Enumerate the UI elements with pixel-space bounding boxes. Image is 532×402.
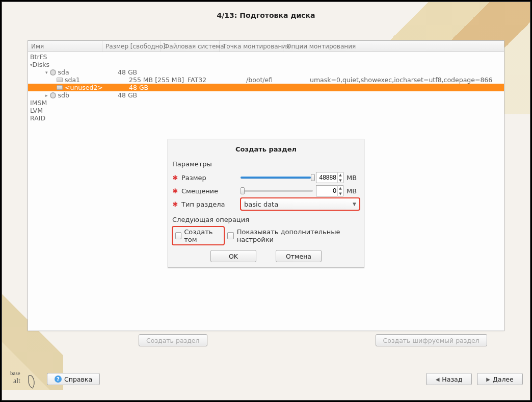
bottom-action-bar: Создать раздел Создать шифруемый раздел [28, 334, 504, 346]
param-size-row: ✱ Размер ▲▼ MB [172, 171, 360, 184]
tree-row-sda[interactable]: ▾sda 48 GB [28, 68, 504, 76]
partition-type-combo[interactable]: basic data ▼ [241, 198, 360, 210]
required-marker: ✱ [172, 187, 178, 195]
col-header-size[interactable]: Размер [свободно] [102, 41, 161, 52]
offset-unit: MB [347, 187, 360, 195]
disk-panel: Имя Размер [свободно] Файловая система Т… [28, 40, 504, 331]
offset-slider[interactable] [241, 190, 313, 192]
disk-table-header: Имя Размер [свободно] Файловая система Т… [28, 41, 504, 52]
size-input[interactable] [316, 174, 337, 181]
params-label: Параметры [172, 160, 360, 168]
param-offset-row: ✱ Смещение ▲▼ MB [172, 184, 360, 197]
basealt-logo: base alt [9, 368, 40, 390]
chevron-right-icon: ▶ [486, 376, 490, 382]
spin-up-icon[interactable]: ▲ [338, 172, 343, 178]
spin-down-icon[interactable]: ▼ [338, 178, 343, 183]
next-operation-label: Следующая операция [172, 216, 360, 223]
disk-icon [50, 92, 56, 98]
create-encrypted-partition-button[interactable]: Создать шифруемый раздел [376, 334, 487, 346]
expander-icon[interactable]: ▾ [45, 70, 48, 75]
show-advanced-checkbox[interactable] [227, 232, 233, 239]
col-header-name[interactable]: Имя [28, 41, 102, 52]
tree-row-disks[interactable]: ▾ Disks [28, 61, 504, 68]
back-button[interactable]: ◀ Назад [426, 373, 472, 385]
combo-value: basic data [244, 200, 278, 208]
help-icon: ? [55, 375, 62, 383]
spin-up-icon[interactable]: ▲ [338, 185, 343, 191]
required-marker: ✱ [172, 174, 178, 182]
col-header-fs[interactable]: Файловая система [161, 41, 220, 52]
page-title: 4/13: Подготовка диска [2, 2, 530, 31]
offset-input[interactable] [316, 187, 337, 194]
size-label: Размер [181, 174, 237, 182]
next-op-row: Создать том Показывать дополнительные на… [172, 227, 360, 245]
tree-row-lvm[interactable]: LVM [28, 107, 504, 114]
size-slider[interactable] [241, 177, 313, 179]
tree-row-unused2[interactable]: <unused2> 48 GB [28, 84, 504, 91]
tree-row-btrfs[interactable]: BtrFS [28, 53, 504, 61]
ok-button[interactable]: OK [210, 250, 256, 262]
col-header-opts[interactable]: Опции монтирования [283, 41, 504, 52]
dialog-title: Создать раздел [172, 142, 360, 158]
footer: base alt ? Справка ◀ Назад ▶ Далее [9, 365, 523, 393]
next-button[interactable]: ▶ Далее [477, 373, 523, 385]
tree-row-raid[interactable]: RAID [28, 114, 504, 122]
create-partition-button[interactable]: Создать раздел [139, 334, 207, 346]
offset-spinbox[interactable]: ▲▼ [316, 185, 343, 196]
create-volume-checkbox[interactable] [175, 232, 181, 239]
col-header-mount[interactable]: Точка монтирования [220, 41, 283, 52]
required-marker: ✱ [172, 200, 178, 208]
svg-text:alt: alt [13, 377, 20, 385]
expander-icon[interactable]: ▸ [45, 93, 48, 98]
size-spinbox[interactable]: ▲▼ [316, 172, 343, 183]
create-partition-dialog: Создать раздел Параметры ✱ Размер ▲▼ MB [168, 139, 364, 268]
chevron-down-icon: ▼ [353, 202, 356, 207]
show-advanced-label: Показывать дополнительные настройки [237, 228, 360, 243]
tree-row-sda1[interactable]: sda1 255 MB [255 MB] FAT32 /boot/efi uma… [28, 76, 504, 84]
disk-tree: BtrFS ▾ Disks ▾sda 48 GB sda1 255 MB [25… [28, 52, 504, 122]
type-label: Тип раздела [181, 200, 237, 208]
param-type-row: ✱ Тип раздела basic data ▼ [172, 197, 360, 211]
help-button[interactable]: ? Справка [47, 373, 100, 385]
tree-row-imsm[interactable]: IMSM [28, 99, 504, 107]
offset-label: Смещение [181, 187, 237, 195]
spin-down-icon[interactable]: ▼ [338, 191, 343, 196]
size-unit: MB [347, 174, 360, 182]
cancel-button[interactable]: Отмена [276, 250, 322, 262]
installer-window: 4/13: Подготовка диска Имя Размер [свобо… [2, 2, 530, 400]
disk-icon [50, 69, 56, 76]
partition-icon [57, 85, 63, 90]
partition-icon [57, 78, 63, 82]
svg-text:base: base [10, 370, 20, 376]
tree-row-sdb[interactable]: ▸sdb 48 GB [28, 91, 504, 99]
chevron-left-icon: ◀ [436, 376, 440, 382]
create-volume-label: Создать том [184, 228, 221, 243]
